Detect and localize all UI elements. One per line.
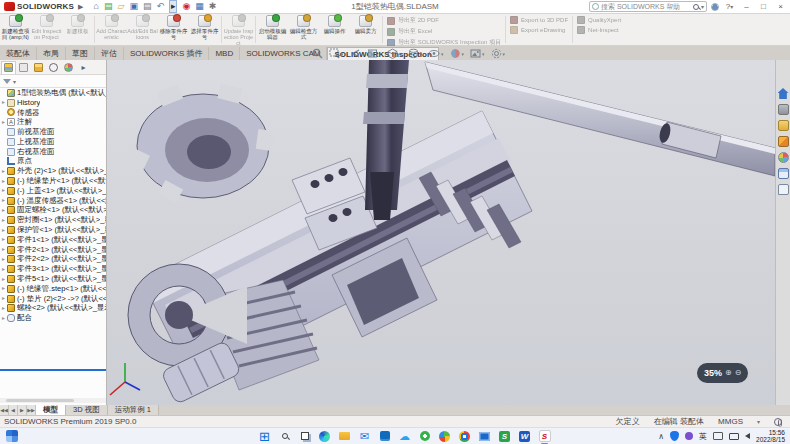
login-icon[interactable]: [711, 3, 719, 11]
search-icon[interactable]: [278, 430, 291, 443]
expand-arrow-icon[interactable]: ▸: [0, 216, 7, 225]
document-tab-2[interactable]: 运动算例 1: [108, 405, 159, 415]
new-icon[interactable]: ▤: [104, 1, 113, 12]
tab-scroll-buttons[interactable]: ◀◀◀▶▶▶: [0, 405, 36, 415]
store-icon[interactable]: [378, 430, 391, 443]
tree-item-20[interactable]: ▸(-) 垫片 (2)<2> ->? (默认<<默认: [0, 294, 107, 304]
view-orientation-icon[interactable]: ▾: [387, 48, 402, 59]
edge-icon[interactable]: [318, 430, 331, 443]
tree-item-1[interactable]: 传感器: [0, 108, 107, 118]
zoom-out-icon[interactable]: ⊖: [735, 369, 742, 377]
expand-arrow-icon[interactable]: ▸: [0, 118, 7, 127]
wps-icon[interactable]: S: [498, 430, 511, 443]
command-tab-3[interactable]: 评估: [95, 47, 124, 60]
tree-item-7[interactable]: ▸外壳 (2)<1> (默认<<默认>_显示状: [0, 166, 107, 176]
tree-item-4[interactable]: 上视基准面: [0, 137, 107, 147]
solidworks-forum-icon[interactable]: [778, 184, 789, 195]
browser-360-icon[interactable]: [438, 430, 451, 443]
expand-arrow-icon[interactable]: ▸: [0, 177, 7, 186]
command-tab-0[interactable]: 装配体: [0, 47, 37, 60]
menu-expander-icon[interactable]: ▶: [78, 3, 83, 11]
chrome-icon[interactable]: [458, 430, 471, 443]
help-button[interactable]: ?▾: [723, 1, 736, 12]
zoom-to-area-icon[interactable]: ▾: [329, 48, 344, 59]
ribbon-button-11[interactable]: 编辑卖方: [350, 14, 381, 45]
edit-appearance-icon[interactable]: ▾: [450, 48, 465, 59]
apply-scene-icon[interactable]: ▾: [470, 48, 485, 59]
expand-arrow-icon[interactable]: ▸: [0, 245, 7, 254]
minimize-button[interactable]: –: [740, 1, 753, 12]
tree-item-14[interactable]: ▸零件1<1> (默认<<默认>_显示状态: [0, 235, 107, 245]
tree-item-19[interactable]: ▸(-) 绝缘管.step<1> (默认<<默认: [0, 284, 107, 294]
tab-overflow-icon[interactable]: ▸: [76, 61, 91, 74]
tree-item-16[interactable]: ▸零件2<2> (默认<<默认>_显示状: [0, 255, 107, 265]
tab-displaymanager[interactable]: [61, 61, 76, 74]
zoom-to-fit-icon[interactable]: [312, 48, 323, 59]
expand-arrow-icon[interactable]: ▸: [0, 235, 7, 244]
undo-icon[interactable]: ↶: [156, 1, 164, 12]
expand-arrow-icon[interactable]: ▸: [0, 167, 7, 176]
expand-arrow-icon[interactable]: ▸: [0, 226, 7, 235]
rebuild-icon[interactable]: ◉: [182, 1, 190, 12]
tree-item-2[interactable]: ▸A注解: [0, 117, 107, 127]
app-green-icon[interactable]: [418, 430, 431, 443]
tree-filter[interactable]: ▾: [0, 75, 106, 88]
ribbon-button-0[interactable]: 新建检查项目 (amp;N): [0, 14, 31, 45]
task-view-icon[interactable]: [298, 430, 311, 443]
display-style-icon[interactable]: ▾: [408, 48, 423, 59]
volume-icon[interactable]: [745, 433, 750, 439]
expand-arrow-icon[interactable]: ▸: [0, 265, 7, 274]
tree-root-item[interactable]: 1型铠装热电偶 (默认<默认_显示状态-1: [0, 88, 107, 98]
ribbon-button-6[interactable]: 选择零件序号: [189, 14, 220, 45]
tree-item-10[interactable]: ▸(-) 温度传感器<1> (默认<<默认>_: [0, 196, 107, 206]
panel-horizontal-scrollbar[interactable]: [0, 398, 107, 403]
options-icon[interactable]: ✱: [209, 1, 217, 12]
file-explorer-icon[interactable]: [778, 120, 789, 131]
ribbon-button-9[interactable]: 编辑检查方式: [288, 14, 319, 45]
touch-keyboard-icon[interactable]: [713, 432, 723, 440]
tree-item-11[interactable]: ▸固定螺栓<1> (默认<<默认>_显示: [0, 206, 107, 216]
expand-arrow-icon[interactable]: ▸: [0, 98, 7, 107]
tab-configurationmanager[interactable]: [31, 61, 46, 74]
open-icon[interactable]: ▱: [117, 1, 124, 12]
units-caret-icon[interactable]: ▾: [757, 418, 760, 425]
tree-item-22[interactable]: ▸配合: [0, 313, 107, 323]
tab-propertymanager[interactable]: [16, 61, 31, 74]
expand-arrow-icon[interactable]: ▸: [0, 186, 7, 195]
expand-arrow-icon[interactable]: ▸: [0, 304, 7, 313]
zoom-in-icon[interactable]: ⊕: [725, 369, 732, 377]
command-tab-1[interactable]: 布局: [37, 47, 66, 60]
document-tab-1[interactable]: 3D 视图: [66, 405, 108, 415]
expand-arrow-icon[interactable]: ▸: [0, 294, 7, 303]
cloud-app-icon[interactable]: ☁: [398, 430, 411, 443]
ime-indicator[interactable]: 英: [699, 431, 707, 442]
tab-featuremanager[interactable]: [1, 61, 16, 74]
view-settings-icon[interactable]: ▾: [491, 48, 506, 59]
expand-arrow-icon[interactable]: ▸: [0, 314, 7, 323]
command-tab-2[interactable]: 草图: [66, 47, 95, 60]
section-view-icon[interactable]: ▾: [367, 48, 382, 59]
search-box[interactable]: 搜索 SOLIDWORKS 帮助 ▾: [589, 1, 707, 12]
tree-item-0[interactable]: ▸History: [0, 98, 107, 108]
ribbon-button-10[interactable]: 编辑操作: [319, 14, 350, 45]
document-tab-0[interactable]: 模型: [36, 405, 66, 415]
cad-model[interactable]: [107, 60, 775, 405]
graphics-viewport[interactable]: 35% ⊕ ⊖: [107, 60, 775, 405]
zoom-indicator[interactable]: 35% ⊕ ⊖: [697, 363, 748, 383]
tree-item-13[interactable]: ▸保护管<1> (默认<<默认>_显示状: [0, 225, 107, 235]
search-caret-icon[interactable]: ▾: [701, 3, 704, 10]
tree-item-18[interactable]: ▸零件5<1> (默认<<默认>_显示状: [0, 274, 107, 284]
print-icon[interactable]: ▤: [143, 1, 152, 12]
search-icon[interactable]: [693, 4, 699, 10]
hide-show-items-icon[interactable]: ▾: [428, 48, 444, 59]
expand-arrow-icon[interactable]: ▸: [0, 275, 7, 284]
design-library-icon[interactable]: [778, 104, 789, 115]
command-tab-5[interactable]: MBD: [209, 47, 240, 60]
tag-globe-icon[interactable]: [774, 418, 782, 426]
phone-link-icon[interactable]: [729, 433, 739, 440]
widgets-icon[interactable]: [6, 430, 18, 442]
expand-arrow-icon[interactable]: ▸: [0, 284, 7, 293]
view-palette-icon[interactable]: [778, 136, 789, 147]
file-properties-icon[interactable]: ▦: [195, 1, 204, 12]
tree-item-8[interactable]: ▸(-) 绝缘垫片<1> (默认<<默认>_显: [0, 176, 107, 186]
